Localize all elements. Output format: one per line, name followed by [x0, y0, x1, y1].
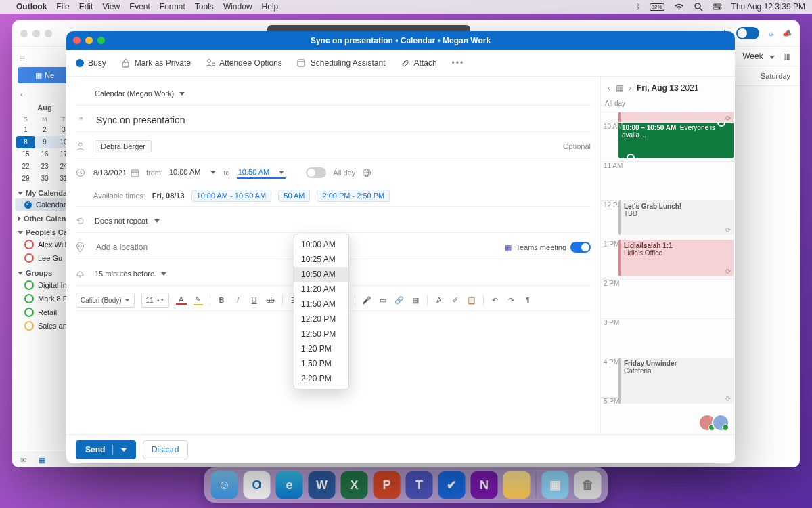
dock-app[interactable]: ☺ — [211, 471, 238, 499]
mini-prev-icon[interactable]: ‹ — [20, 90, 23, 98]
schedule-event[interactable]: Lidia/Isaiah 1:1Lidia's Office⟳ — [618, 240, 734, 276]
time-option[interactable]: 10:25 AM — [294, 252, 348, 267]
schedule-grid[interactable]: ⟳ 10:00 – 10:50 AM Everyone is availa… 1… — [601, 112, 735, 434]
outlook-new-toggle[interactable] — [736, 27, 759, 39]
dock-app[interactable]: 🗑 — [574, 471, 602, 499]
font-size-picker[interactable]: 11 ▲▼ — [141, 293, 169, 308]
paste-button[interactable]: 📋 — [467, 296, 476, 305]
underline-button[interactable]: U — [250, 296, 259, 304]
start-time-picker[interactable]: 10:00 AM — [168, 167, 217, 179]
spotlight-icon[interactable] — [694, 2, 703, 12]
control-center-icon[interactable] — [713, 3, 722, 11]
available-slot[interactable]: 50 AM — [278, 190, 310, 202]
scheduling-assistant-button[interactable]: Scheduling Assistant — [297, 58, 386, 68]
status-busy-button[interactable]: Busy — [76, 58, 106, 68]
menu-file[interactable]: File — [56, 2, 69, 12]
attendee-chip[interactable]: Debra Berger — [95, 140, 152, 152]
schedule-event[interactable]: Let's Grab Lunch!TBD⟳ — [618, 200, 734, 235]
menu-edit[interactable]: Edit — [79, 2, 93, 12]
teams-meeting-toggle[interactable] — [570, 242, 591, 253]
attach-button[interactable]: Attach — [401, 58, 437, 68]
menubar-datetime[interactable]: Thu Aug 12 3:39 PM — [731, 2, 805, 12]
mark-private-button[interactable]: Mark as Private — [121, 58, 191, 68]
italic-button[interactable]: I — [233, 296, 243, 304]
time-option[interactable]: 12:20 PM — [294, 312, 348, 326]
time-option[interactable]: 1:20 PM — [294, 341, 348, 356]
table-button[interactable]: ▦ — [411, 296, 420, 305]
image-button[interactable]: ▭ — [378, 296, 388, 305]
dock-app[interactable]: T — [406, 471, 433, 499]
sched-next-icon[interactable]: › — [629, 83, 631, 93]
discard-button[interactable]: Discard — [143, 440, 188, 459]
dock-app[interactable]: X — [341, 471, 368, 499]
menu-help[interactable]: Help — [262, 2, 279, 12]
menubar-app-name[interactable]: Outlook — [16, 2, 47, 12]
reminder-picker[interactable]: 15 minutes before — [95, 270, 166, 278]
hamburger-icon[interactable]: ≡ — [12, 49, 32, 66]
dock-app[interactable]: e — [276, 471, 303, 499]
font-family-picker[interactable]: Calibri (Body) — [76, 293, 135, 308]
dock-app[interactable]: O — [244, 471, 271, 499]
paragraph-marks-button[interactable]: ¶ — [523, 296, 533, 304]
calendar-icon[interactable]: ▦ — [39, 456, 45, 465]
menu-window[interactable]: Window — [223, 2, 252, 12]
menu-event[interactable]: Event — [129, 2, 150, 12]
attendee-options-button[interactable]: Attendee Options — [206, 58, 282, 68]
redo-button[interactable]: ↷ — [507, 296, 516, 305]
mic-icon[interactable]: 🎤 — [362, 296, 371, 305]
timezone-icon[interactable] — [362, 168, 371, 177]
battery-icon[interactable]: 82% — [650, 3, 664, 11]
time-option[interactable]: 12:50 PM — [294, 326, 348, 341]
recurrence-picker[interactable]: Does not repeat — [95, 217, 160, 225]
available-slot[interactable]: 2:00 PM - 2:50 PM — [317, 190, 390, 202]
menu-tools[interactable]: Tools — [195, 2, 214, 12]
time-option[interactable]: 2:50 PM — [294, 386, 348, 389]
sched-date-picker-icon[interactable]: ▦ — [616, 83, 623, 93]
time-option[interactable]: 11:50 AM — [294, 297, 348, 312]
outlook-megaphone-icon[interactable]: 📣 — [782, 29, 792, 38]
calendar-item-calendar[interactable]: Calendar — [15, 198, 74, 211]
end-time-dropdown[interactable]: 10:00 AM10:25 AM10:50 AM11:20 AM11:50 AM… — [294, 234, 349, 389]
event-title-input[interactable] — [95, 114, 591, 126]
highlight-button[interactable]: ✎ — [194, 295, 203, 305]
dock-app[interactable]: N — [471, 471, 498, 499]
bold-button[interactable]: B — [217, 296, 227, 304]
time-option[interactable]: 2:20 PM — [294, 371, 348, 386]
end-time-picker[interactable]: 10:50 AM — [237, 167, 286, 179]
dock-app[interactable]: ✔ — [438, 471, 466, 499]
new-event-button[interactable]: ▦ Ne — [18, 67, 72, 83]
window-controls[interactable] — [20, 30, 52, 37]
sched-prev-icon[interactable]: ‹ — [608, 83, 610, 93]
send-button[interactable]: Send│ — [76, 440, 136, 459]
clear-format-button[interactable]: A̷ — [434, 296, 444, 305]
calendar-picker[interactable]: Calendar (Megan Work) — [95, 89, 185, 98]
menu-view[interactable]: View — [102, 2, 120, 12]
outlook-sun-icon[interactable]: ☼ — [767, 29, 774, 37]
wifi-icon[interactable] — [674, 3, 684, 11]
available-slot[interactable]: 10:00 AM - 10:50 AM — [191, 190, 272, 202]
time-option[interactable]: 11:20 AM — [294, 282, 348, 297]
more-options-button[interactable]: ••• — [452, 58, 465, 68]
time-option[interactable]: 10:50 AM — [294, 267, 348, 282]
time-option[interactable]: 1:50 PM — [294, 356, 348, 371]
format-painter-button[interactable]: ✐ — [451, 296, 460, 305]
undo-button[interactable]: ↶ — [491, 296, 500, 305]
view-selector[interactable]: Week — [742, 51, 775, 61]
panel-toggle-icon[interactable]: ▥ — [783, 51, 790, 61]
dock-app[interactable]: ▦ — [542, 471, 569, 499]
menu-format[interactable]: Format — [160, 2, 185, 12]
mail-icon[interactable]: ✉ — [20, 456, 26, 465]
link-button[interactable]: 🔗 — [394, 296, 404, 305]
schedule-event[interactable]: Friday UnwinderCafeteria⟳ — [618, 358, 734, 404]
event-window-controls[interactable] — [73, 37, 105, 44]
dock-app[interactable]: P — [374, 471, 401, 499]
dock-app[interactable]: W — [309, 471, 336, 499]
optional-attendees-button[interactable]: Optional — [563, 142, 591, 150]
all-day-toggle[interactable] — [306, 167, 326, 178]
event-date-picker[interactable]: 8/13/2021 — [93, 169, 139, 177]
strikethrough-button[interactable]: ab — [266, 296, 275, 304]
bluetooth-icon[interactable]: ᛒ — [635, 2, 640, 12]
font-color-button[interactable]: A — [176, 295, 187, 305]
time-option[interactable]: 10:00 AM — [294, 237, 348, 252]
dock-app[interactable] — [503, 471, 531, 499]
